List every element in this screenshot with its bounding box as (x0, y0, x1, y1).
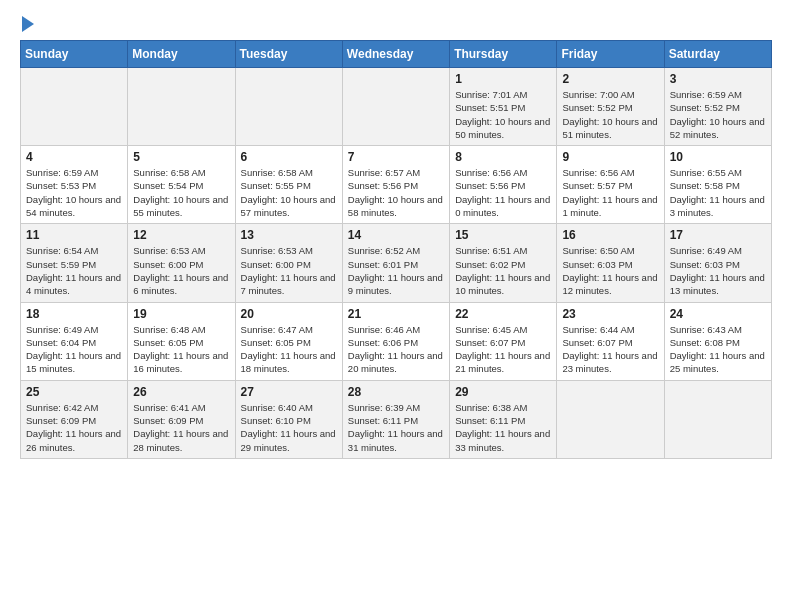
day-info: Sunrise: 6:43 AM Sunset: 6:08 PM Dayligh… (670, 323, 766, 376)
day-number: 12 (133, 228, 229, 242)
day-number: 19 (133, 307, 229, 321)
day-cell (21, 68, 128, 146)
day-number: 2 (562, 72, 658, 86)
day-number: 28 (348, 385, 444, 399)
day-cell: 22Sunrise: 6:45 AM Sunset: 6:07 PM Dayli… (450, 302, 557, 380)
week-row-3: 11Sunrise: 6:54 AM Sunset: 5:59 PM Dayli… (21, 224, 772, 302)
day-info: Sunrise: 6:57 AM Sunset: 5:56 PM Dayligh… (348, 166, 444, 219)
day-cell: 8Sunrise: 6:56 AM Sunset: 5:56 PM Daylig… (450, 146, 557, 224)
day-cell: 18Sunrise: 6:49 AM Sunset: 6:04 PM Dayli… (21, 302, 128, 380)
day-number: 16 (562, 228, 658, 242)
day-cell (342, 68, 449, 146)
page-header (20, 16, 772, 32)
week-row-1: 1Sunrise: 7:01 AM Sunset: 5:51 PM Daylig… (21, 68, 772, 146)
day-info: Sunrise: 6:53 AM Sunset: 6:00 PM Dayligh… (241, 244, 337, 297)
day-cell: 23Sunrise: 6:44 AM Sunset: 6:07 PM Dayli… (557, 302, 664, 380)
day-number: 4 (26, 150, 122, 164)
week-row-4: 18Sunrise: 6:49 AM Sunset: 6:04 PM Dayli… (21, 302, 772, 380)
day-number: 15 (455, 228, 551, 242)
day-number: 3 (670, 72, 766, 86)
day-number: 14 (348, 228, 444, 242)
day-cell: 11Sunrise: 6:54 AM Sunset: 5:59 PM Dayli… (21, 224, 128, 302)
header-cell-thursday: Thursday (450, 41, 557, 68)
day-info: Sunrise: 6:39 AM Sunset: 6:11 PM Dayligh… (348, 401, 444, 454)
day-cell: 20Sunrise: 6:47 AM Sunset: 6:05 PM Dayli… (235, 302, 342, 380)
day-info: Sunrise: 6:45 AM Sunset: 6:07 PM Dayligh… (455, 323, 551, 376)
day-info: Sunrise: 6:55 AM Sunset: 5:58 PM Dayligh… (670, 166, 766, 219)
day-cell (557, 380, 664, 458)
day-cell: 7Sunrise: 6:57 AM Sunset: 5:56 PM Daylig… (342, 146, 449, 224)
day-info: Sunrise: 6:58 AM Sunset: 5:55 PM Dayligh… (241, 166, 337, 219)
day-number: 18 (26, 307, 122, 321)
day-number: 10 (670, 150, 766, 164)
calendar-header: SundayMondayTuesdayWednesdayThursdayFrid… (21, 41, 772, 68)
day-info: Sunrise: 6:56 AM Sunset: 5:56 PM Dayligh… (455, 166, 551, 219)
day-number: 17 (670, 228, 766, 242)
calendar-body: 1Sunrise: 7:01 AM Sunset: 5:51 PM Daylig… (21, 68, 772, 459)
logo-arrow-icon (22, 16, 34, 32)
day-cell: 14Sunrise: 6:52 AM Sunset: 6:01 PM Dayli… (342, 224, 449, 302)
day-info: Sunrise: 6:50 AM Sunset: 6:03 PM Dayligh… (562, 244, 658, 297)
day-cell: 6Sunrise: 6:58 AM Sunset: 5:55 PM Daylig… (235, 146, 342, 224)
day-cell: 12Sunrise: 6:53 AM Sunset: 6:00 PM Dayli… (128, 224, 235, 302)
calendar-table: SundayMondayTuesdayWednesdayThursdayFrid… (20, 40, 772, 459)
day-cell: 5Sunrise: 6:58 AM Sunset: 5:54 PM Daylig… (128, 146, 235, 224)
day-number: 5 (133, 150, 229, 164)
day-info: Sunrise: 6:54 AM Sunset: 5:59 PM Dayligh… (26, 244, 122, 297)
day-info: Sunrise: 7:01 AM Sunset: 5:51 PM Dayligh… (455, 88, 551, 141)
day-cell: 17Sunrise: 6:49 AM Sunset: 6:03 PM Dayli… (664, 224, 771, 302)
header-cell-friday: Friday (557, 41, 664, 68)
header-cell-monday: Monday (128, 41, 235, 68)
day-number: 6 (241, 150, 337, 164)
header-cell-wednesday: Wednesday (342, 41, 449, 68)
day-number: 22 (455, 307, 551, 321)
day-info: Sunrise: 6:44 AM Sunset: 6:07 PM Dayligh… (562, 323, 658, 376)
day-number: 1 (455, 72, 551, 86)
day-info: Sunrise: 6:56 AM Sunset: 5:57 PM Dayligh… (562, 166, 658, 219)
day-info: Sunrise: 6:41 AM Sunset: 6:09 PM Dayligh… (133, 401, 229, 454)
day-info: Sunrise: 6:49 AM Sunset: 6:04 PM Dayligh… (26, 323, 122, 376)
day-cell: 16Sunrise: 6:50 AM Sunset: 6:03 PM Dayli… (557, 224, 664, 302)
day-cell: 10Sunrise: 6:55 AM Sunset: 5:58 PM Dayli… (664, 146, 771, 224)
day-cell: 24Sunrise: 6:43 AM Sunset: 6:08 PM Dayli… (664, 302, 771, 380)
day-cell: 9Sunrise: 6:56 AM Sunset: 5:57 PM Daylig… (557, 146, 664, 224)
day-number: 13 (241, 228, 337, 242)
day-info: Sunrise: 6:53 AM Sunset: 6:00 PM Dayligh… (133, 244, 229, 297)
day-info: Sunrise: 6:38 AM Sunset: 6:11 PM Dayligh… (455, 401, 551, 454)
logo (20, 16, 34, 32)
day-cell: 27Sunrise: 6:40 AM Sunset: 6:10 PM Dayli… (235, 380, 342, 458)
day-info: Sunrise: 6:46 AM Sunset: 6:06 PM Dayligh… (348, 323, 444, 376)
day-cell: 13Sunrise: 6:53 AM Sunset: 6:00 PM Dayli… (235, 224, 342, 302)
day-info: Sunrise: 6:47 AM Sunset: 6:05 PM Dayligh… (241, 323, 337, 376)
day-cell: 28Sunrise: 6:39 AM Sunset: 6:11 PM Dayli… (342, 380, 449, 458)
day-info: Sunrise: 6:59 AM Sunset: 5:52 PM Dayligh… (670, 88, 766, 141)
day-number: 23 (562, 307, 658, 321)
header-cell-tuesday: Tuesday (235, 41, 342, 68)
day-cell: 29Sunrise: 6:38 AM Sunset: 6:11 PM Dayli… (450, 380, 557, 458)
day-info: Sunrise: 6:40 AM Sunset: 6:10 PM Dayligh… (241, 401, 337, 454)
day-info: Sunrise: 6:59 AM Sunset: 5:53 PM Dayligh… (26, 166, 122, 219)
day-info: Sunrise: 6:48 AM Sunset: 6:05 PM Dayligh… (133, 323, 229, 376)
day-cell: 26Sunrise: 6:41 AM Sunset: 6:09 PM Dayli… (128, 380, 235, 458)
day-number: 7 (348, 150, 444, 164)
day-number: 24 (670, 307, 766, 321)
day-number: 29 (455, 385, 551, 399)
day-info: Sunrise: 6:42 AM Sunset: 6:09 PM Dayligh… (26, 401, 122, 454)
day-number: 8 (455, 150, 551, 164)
day-number: 11 (26, 228, 122, 242)
day-number: 27 (241, 385, 337, 399)
day-info: Sunrise: 7:00 AM Sunset: 5:52 PM Dayligh… (562, 88, 658, 141)
day-number: 20 (241, 307, 337, 321)
week-row-2: 4Sunrise: 6:59 AM Sunset: 5:53 PM Daylig… (21, 146, 772, 224)
header-cell-sunday: Sunday (21, 41, 128, 68)
day-info: Sunrise: 6:52 AM Sunset: 6:01 PM Dayligh… (348, 244, 444, 297)
day-cell: 4Sunrise: 6:59 AM Sunset: 5:53 PM Daylig… (21, 146, 128, 224)
day-cell (128, 68, 235, 146)
day-cell (235, 68, 342, 146)
day-number: 25 (26, 385, 122, 399)
day-number: 21 (348, 307, 444, 321)
day-cell: 1Sunrise: 7:01 AM Sunset: 5:51 PM Daylig… (450, 68, 557, 146)
day-info: Sunrise: 6:58 AM Sunset: 5:54 PM Dayligh… (133, 166, 229, 219)
day-cell (664, 380, 771, 458)
day-info: Sunrise: 6:51 AM Sunset: 6:02 PM Dayligh… (455, 244, 551, 297)
